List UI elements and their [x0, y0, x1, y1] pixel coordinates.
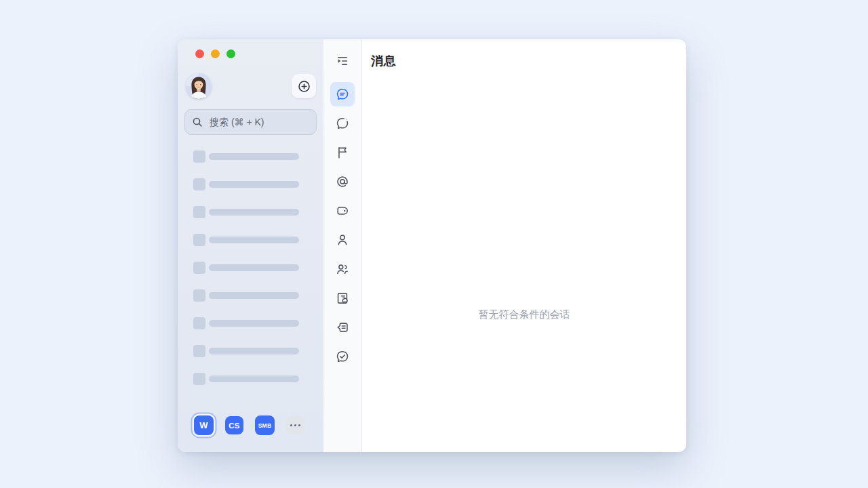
- skeleton-conversation-row: [178, 373, 323, 385]
- skeleton-avatar: [193, 206, 205, 218]
- skeleton-text-bar: [209, 209, 299, 216]
- more-workspaces-button[interactable]: [286, 416, 304, 434]
- workspace-button-w[interactable]: W: [194, 415, 214, 435]
- skeleton-text-bar: [209, 153, 299, 160]
- page-title: 消息: [371, 53, 397, 69]
- skeleton-text-bar: [209, 264, 299, 271]
- ellipsis-icon: [290, 424, 293, 427]
- people-group-icon: [335, 262, 350, 277]
- skeleton-conversation-row: [178, 317, 323, 329]
- collapse-sidebar-button[interactable]: [330, 49, 355, 73]
- skeleton-conversation-row: [178, 289, 323, 302]
- nav-item-moments[interactable]: [330, 111, 355, 136]
- skeleton-text-bar: [209, 292, 299, 299]
- skeleton-text-bar: [209, 237, 299, 243]
- flag-icon: [335, 145, 350, 160]
- nav-item-topics[interactable]: [330, 315, 355, 340]
- skeleton-avatar: [193, 373, 205, 385]
- user-avatar[interactable]: [186, 73, 212, 99]
- skeleton-avatar: [193, 150, 205, 163]
- skeleton-conversation-row: [178, 262, 323, 274]
- skeleton-avatar: [193, 289, 205, 302]
- skeleton-conversation-row: [178, 206, 323, 218]
- skeleton-avatar: [193, 262, 205, 274]
- conversation-skeleton-list: [178, 150, 323, 385]
- search-bar[interactable]: [184, 109, 317, 135]
- nav-item-mentions[interactable]: [330, 169, 355, 194]
- chat-bubble-icon: [335, 87, 350, 102]
- person-icon: [335, 232, 350, 247]
- document-cloud-icon: [335, 291, 350, 306]
- window-controls: [195, 49, 235, 58]
- moments-bubble-dot-icon: [335, 116, 350, 131]
- zoom-window-button[interactable]: [226, 49, 235, 58]
- plus-circle-icon: [297, 79, 311, 94]
- app-window: W CS SMB: [178, 39, 686, 452]
- nav-item-tasks[interactable]: [330, 344, 355, 369]
- at-sign-icon: [335, 174, 350, 189]
- skeleton-text-bar: [209, 320, 299, 327]
- skeleton-avatar: [193, 345, 205, 357]
- minimize-window-button[interactable]: [211, 49, 220, 58]
- new-conversation-button[interactable]: [292, 74, 316, 98]
- avatar-illustration: [186, 73, 212, 99]
- skeleton-conversation-row: [178, 178, 323, 190]
- nav-item-contacts[interactable]: [330, 228, 355, 252]
- skeleton-avatar: [193, 317, 205, 329]
- nav-item-flagged[interactable]: [330, 140, 355, 165]
- skeleton-text-bar: [209, 181, 299, 188]
- workspace-button-smb[interactable]: SMB: [255, 415, 275, 435]
- close-window-button[interactable]: [195, 49, 204, 58]
- skeleton-conversation-row: [178, 234, 323, 246]
- empty-state-text: 暂无符合条件的会话: [362, 308, 686, 321]
- tag-icon: [335, 203, 350, 218]
- search-input[interactable]: [208, 116, 309, 128]
- skeleton-text-bar: [209, 348, 299, 354]
- workspace-switcher: W CS SMB: [194, 415, 304, 435]
- search-icon: [192, 117, 203, 127]
- skeleton-avatar: [193, 234, 205, 246]
- nav-item-docs[interactable]: [330, 286, 355, 310]
- nav-item-groups[interactable]: [330, 257, 355, 281]
- check-circle-icon: [335, 349, 350, 364]
- nav-rail: [323, 39, 362, 452]
- nav-item-labels[interactable]: [330, 199, 355, 223]
- skeleton-conversation-row: [178, 345, 323, 357]
- workspace-button-cs[interactable]: CS: [225, 416, 243, 434]
- skeleton-avatar: [193, 178, 205, 190]
- nav-item-messages[interactable]: [330, 82, 355, 106]
- main-content: 消息 暂无符合条件的会话: [362, 39, 686, 452]
- skeleton-text-bar: [209, 375, 299, 382]
- skeleton-conversation-row: [178, 150, 323, 163]
- conversation-panel: W CS SMB: [178, 39, 323, 452]
- collapse-sidebar-icon: [335, 54, 350, 68]
- topic-message-icon: [335, 320, 350, 335]
